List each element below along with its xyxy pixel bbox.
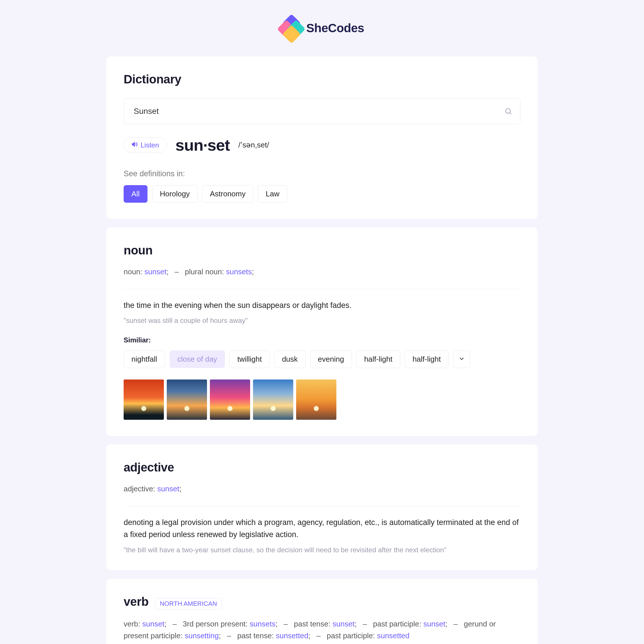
adjective-title: adjective — [124, 461, 520, 474]
noun-example: "sunset was still a couple of hours away… — [124, 317, 520, 325]
noun-title: noun — [124, 244, 520, 257]
gallery-image[interactable] — [124, 379, 164, 420]
page-title: Dictionary — [124, 72, 520, 86]
noun-forms: noun: sunset; – plural noun: sunsets; — [124, 266, 520, 278]
gallery-image[interactable] — [167, 379, 207, 420]
headword: sun·set — [175, 136, 230, 154]
listen-button[interactable]: Listen — [124, 137, 167, 153]
search-button[interactable] — [504, 107, 512, 115]
brand-logo-text: SheCodes — [306, 21, 364, 35]
svg-line-1 — [510, 113, 511, 114]
similar-expand-button[interactable] — [453, 350, 470, 368]
category-chip-row: All Horology Astronomy Law — [124, 185, 520, 203]
noun-card: noun noun: sunset; – plural noun: sunset… — [106, 227, 538, 436]
adjective-forms: adjective: sunset; — [124, 483, 520, 495]
gallery-image[interactable] — [253, 379, 293, 420]
adjective-example: "the bill will have a two-year sunset cl… — [124, 546, 520, 554]
adjective-card: adjective adjective: sunset; denoting a … — [106, 444, 538, 570]
search-icon — [504, 107, 512, 115]
brand-logo-mark — [280, 17, 302, 39]
noun-definition: the time in the evening when the sun dis… — [124, 300, 520, 312]
similar-label: Similiar: — [124, 336, 520, 344]
adjective-definition: denoting a legal provision under which a… — [124, 517, 520, 541]
category-chip-astronomy[interactable]: Astronomy — [202, 185, 253, 203]
phonetic: /ˈsənˌset/ — [238, 141, 269, 149]
gallery-image[interactable] — [296, 379, 336, 420]
brand-logo: SheCodes — [106, 17, 538, 39]
similar-chip[interactable]: close of day — [170, 350, 225, 368]
chevron-down-icon — [459, 355, 465, 364]
volume-icon — [131, 141, 138, 149]
search-card: Dictionary Listen — [106, 56, 538, 219]
listen-label: Listen — [141, 141, 159, 149]
category-chip-all[interactable]: All — [124, 185, 147, 203]
similar-chip[interactable]: nightfall — [124, 350, 165, 368]
similar-chip-row: nightfall close of day twillight dusk ev… — [124, 350, 520, 368]
verb-title: verb — [124, 595, 149, 609]
search-input[interactable] — [124, 98, 520, 124]
image-gallery — [124, 379, 520, 420]
gallery-image[interactable] — [210, 379, 250, 420]
verb-region-tag: NORTH AMERICAN — [155, 598, 222, 609]
verb-card: verb NORTH AMERICAN verb: sunset; – 3rd … — [106, 579, 538, 644]
category-chip-law[interactable]: Law — [258, 185, 287, 203]
similar-chip[interactable]: half-light — [357, 350, 400, 368]
see-definitions-in-label: See definitions in: — [124, 169, 520, 178]
similar-chip[interactable]: dusk — [274, 350, 306, 368]
similar-chip[interactable]: evening — [310, 350, 352, 368]
similar-chip[interactable]: half-light — [405, 350, 449, 368]
verb-forms: verb: sunset; – 3rd person present: suns… — [124, 618, 520, 642]
similar-chip[interactable]: twillight — [229, 350, 269, 368]
svg-point-0 — [506, 109, 510, 113]
svg-marker-2 — [132, 142, 135, 146]
category-chip-horology[interactable]: Horology — [152, 185, 198, 203]
